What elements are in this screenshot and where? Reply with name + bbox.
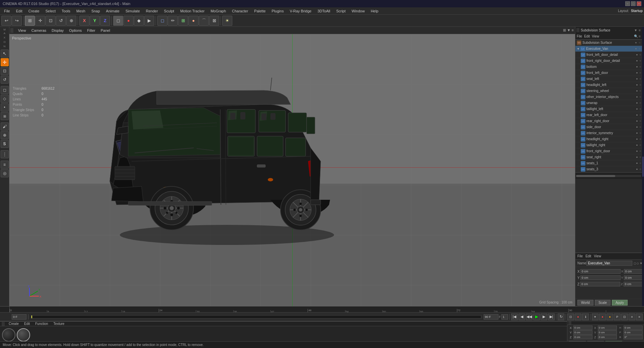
viewport-menu-view[interactable]: View xyxy=(16,28,28,33)
play-reverse-button[interactable]: ◀◀ xyxy=(526,314,533,320)
coord-z-size[interactable] xyxy=(624,282,644,286)
move-tool-button[interactable]: ✛ xyxy=(35,16,45,26)
y-axis-button[interactable]: Y xyxy=(90,16,100,26)
move-left-tool-button[interactable]: ✛ xyxy=(1,58,9,66)
loop-button[interactable]: ↻ xyxy=(558,314,564,320)
menu-character[interactable]: Character xyxy=(229,8,251,14)
cg-z-size[interactable] xyxy=(598,335,617,339)
cg-x-pos[interactable] xyxy=(573,326,592,330)
prev-frame-button[interactable]: ◀ xyxy=(518,314,525,320)
tree-item-rear-left-door[interactable]: Lo rear_left_door ● ○ xyxy=(575,112,642,118)
menu-palette[interactable]: Palette xyxy=(251,8,268,14)
tree-scrollbar-thumb[interactable] xyxy=(576,175,615,177)
viewport-icon-1[interactable]: ⊞ xyxy=(563,28,566,32)
menu-window[interactable]: Window xyxy=(349,8,368,14)
menu-edit[interactable]: Edit xyxy=(13,8,25,14)
tree-lock-van-icon[interactable]: ○ xyxy=(638,47,641,50)
coord-z-pos[interactable] xyxy=(580,282,620,286)
min-key-button[interactable]: ⊡ xyxy=(567,314,574,320)
viewport-icon-2[interactable]: ▼ xyxy=(567,28,571,32)
viewport-canvas[interactable]: Perspective Triangles 6681612 Quads 0 Li… xyxy=(9,34,575,306)
undo-button[interactable]: ↩ xyxy=(1,16,11,26)
paint-left-button[interactable]: 🖌 xyxy=(1,122,9,130)
timeline-range-input[interactable] xyxy=(484,314,498,320)
viewport-menu-display[interactable]: Display xyxy=(50,28,66,33)
attr-view-menu[interactable]: View xyxy=(594,254,601,258)
snap-button[interactable]: ⋮ xyxy=(1,150,9,158)
rp-edit-menu[interactable]: Edit xyxy=(584,34,590,38)
cg-y-p[interactable] xyxy=(624,330,643,335)
mat-create-menu[interactable]: Create xyxy=(7,322,20,326)
sphere-button[interactable]: ● xyxy=(188,16,198,26)
tree-vis-van-icon[interactable]: ● xyxy=(634,47,638,50)
tree-item-front-left-door[interactable]: Lo front_left_door ● ○ xyxy=(575,70,642,76)
icon-motion-1[interactable]: ✦ xyxy=(592,314,598,320)
menu-help[interactable]: Help xyxy=(368,8,381,14)
tree-item-unwrap[interactable]: Lo unwrap ● ○ xyxy=(575,100,642,106)
tree-item-seat-left[interactable]: Lo seat_left ● ○ xyxy=(575,76,642,82)
cg-y-size[interactable] xyxy=(598,330,617,335)
next-frame-button[interactable]: ▶ xyxy=(541,314,547,320)
attr-name-input[interactable] xyxy=(586,261,632,266)
rp-view-menu[interactable]: View xyxy=(592,34,599,38)
attr-edit-menu[interactable]: Edit xyxy=(585,254,591,258)
cursor-tool-button[interactable]: ↖ xyxy=(1,50,9,58)
sculpt-s-button[interactable]: S xyxy=(1,140,9,148)
menu-plugins[interactable]: Plugins xyxy=(269,8,287,14)
viewport-menu-panel[interactable]: Panel xyxy=(99,28,112,33)
restore-button[interactable]: □ xyxy=(631,1,636,6)
cube-button[interactable]: ◻ xyxy=(157,16,167,26)
close-button[interactable]: × xyxy=(637,1,641,6)
mat-drag-handle[interactable] xyxy=(2,322,5,326)
tree-item-front-right-door[interactable]: Lo front_right_door ● ○ xyxy=(575,148,642,154)
menu-3dtoall[interactable]: 3DToAll xyxy=(315,8,333,14)
anim-button[interactable]: ▶ xyxy=(144,16,154,26)
tree-item-front-right-door-detail[interactable]: Lo front_right_door_detail ● ○ xyxy=(575,58,642,64)
menu-mesh[interactable]: Mesh xyxy=(74,8,88,14)
menu-motion-tracker[interactable]: Motion Tracker xyxy=(177,8,207,14)
light-button[interactable]: ☀ xyxy=(222,16,232,26)
redo-button[interactable]: ↪ xyxy=(12,16,22,26)
window-controls[interactable]: − □ × xyxy=(625,1,641,6)
tree-lock-fld[interactable]: ○ xyxy=(639,53,642,56)
deform-button[interactable]: ⊠ xyxy=(209,16,219,26)
viewport-menu-options[interactable]: Options xyxy=(67,28,84,33)
visibility-button[interactable]: ◎ xyxy=(1,169,9,177)
right-panel-drag[interactable] xyxy=(577,28,579,32)
scale-tool-button[interactable]: ⊡ xyxy=(46,16,56,26)
current-frame-input[interactable] xyxy=(12,314,26,320)
menu-tools[interactable]: Tools xyxy=(59,8,73,14)
tree-scrollbar[interactable] xyxy=(575,172,642,179)
tree-item-other-interior[interactable]: Lo other_interior_objects ● ○ xyxy=(575,94,642,100)
viewport-point-button[interactable]: • xyxy=(1,103,9,111)
tree-item-headlight-left[interactable]: Lo headlight_left ● ○ xyxy=(575,82,642,88)
record-button[interactable]: ● xyxy=(124,16,134,26)
spline-button[interactable]: ⌒ xyxy=(199,16,209,26)
tree-item-rear-right-door[interactable]: Lo rear_right_door ● ○ xyxy=(575,118,642,124)
mat-function-menu[interactable]: Function xyxy=(34,322,49,326)
cg-x-h[interactable] xyxy=(624,326,643,330)
icon-motion-3[interactable]: ● xyxy=(607,314,613,320)
info-button[interactable]: ℹ xyxy=(582,314,589,320)
viewport-edge-button[interactable]: ◇ xyxy=(1,95,9,103)
tree-item-steering-wheel[interactable]: Lo steering_wheel ● ○ xyxy=(575,88,642,94)
select-tool-button[interactable]: ⊞ xyxy=(25,16,35,26)
menu-animate[interactable]: Animate xyxy=(103,8,122,14)
attr-icon-1[interactable]: ◻ xyxy=(634,262,636,265)
timeline-playhead[interactable] xyxy=(31,316,32,318)
keyframe-button[interactable]: ◆ xyxy=(134,16,144,26)
attr-file-menu[interactable]: File xyxy=(577,254,583,258)
menu-simulate[interactable]: Simulate xyxy=(123,8,143,14)
tree-item-taillight-right[interactable]: Lo taillight_right ● ○ xyxy=(575,142,642,148)
cg-z-pos[interactable] xyxy=(573,335,592,339)
tree-item-executive-van[interactable]: ▼ Lo Executive_Van ● ○ xyxy=(575,46,642,52)
rp-search-icon[interactable]: 🔍 xyxy=(634,34,638,38)
tree-vis-fld[interactable]: ● xyxy=(635,53,639,56)
cg-x-size[interactable] xyxy=(598,326,617,330)
rp-filter-icon[interactable]: ≡ xyxy=(639,34,641,38)
cg-z-b[interactable] xyxy=(624,335,643,339)
icon-motion-2[interactable]: ● xyxy=(599,314,606,320)
tree-item-side-door[interactable]: Lo side_door ● ○ xyxy=(575,124,642,130)
mat-texture-menu[interactable]: Texture xyxy=(52,322,66,326)
scale-button[interactable]: Scale xyxy=(595,300,611,306)
